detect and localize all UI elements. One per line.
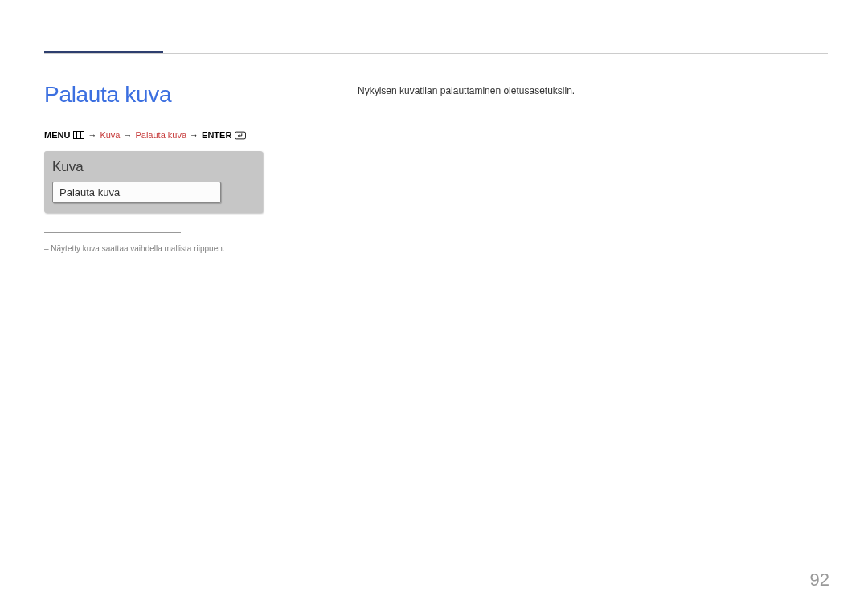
left-column: Palauta kuva MENU → Kuva → Palauta kuva … [44, 82, 358, 253]
breadcrumb-enter-label: ENTER [202, 130, 231, 140]
breadcrumb-part-1: Kuva [100, 130, 120, 140]
footnote-text: – Näytetty kuva saattaa vaihdella mallis… [44, 244, 358, 253]
menu-icon [73, 131, 84, 140]
menu-panel-title: Kuva [52, 159, 255, 175]
menu-panel-item[interactable]: Palauta kuva [52, 182, 221, 203]
header-divider [44, 53, 828, 54]
breadcrumb-menu-label: MENU [44, 130, 70, 140]
breadcrumb: MENU → Kuva → Palauta kuva → ENTER [44, 130, 358, 140]
enter-icon [235, 131, 246, 140]
right-column: Nykyisen kuvatilan palauttaminen oletusa… [358, 82, 828, 253]
page-number: 92 [810, 570, 829, 591]
footnote-divider [44, 232, 181, 233]
description-text: Nykyisen kuvatilan palauttaminen oletusa… [358, 85, 828, 96]
breadcrumb-arrow-1: → [88, 130, 96, 140]
breadcrumb-arrow-3: → [190, 130, 199, 140]
breadcrumb-part-2: Palauta kuva [135, 130, 186, 140]
breadcrumb-arrow-2: → [123, 130, 132, 140]
svg-rect-0 [74, 132, 84, 139]
section-title: Palauta kuva [44, 82, 358, 108]
content-container: Palauta kuva MENU → Kuva → Palauta kuva … [44, 82, 828, 253]
menu-panel: Kuva Palauta kuva [44, 151, 263, 213]
